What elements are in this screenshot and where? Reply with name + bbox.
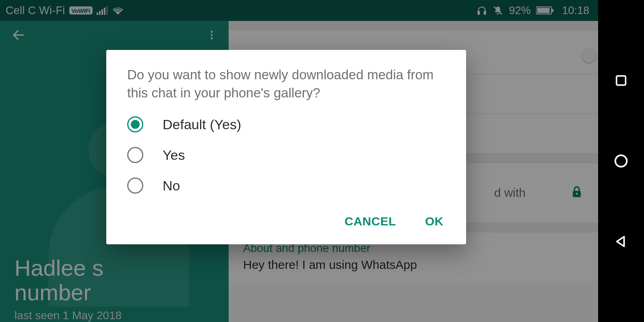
- radio-unselected-icon: [127, 147, 143, 163]
- option-yes[interactable]: Yes: [106, 140, 466, 170]
- svg-rect-18: [617, 76, 626, 85]
- option-label: Yes: [163, 147, 185, 163]
- option-label: No: [163, 178, 180, 194]
- svg-point-19: [615, 155, 627, 167]
- nav-back-button[interactable]: [609, 229, 633, 254]
- radio-selected-icon: [127, 116, 143, 132]
- option-no[interactable]: No: [106, 170, 466, 201]
- dialog-title: Do you want to show newly downloaded med…: [106, 66, 466, 109]
- cancel-button[interactable]: CANCEL: [341, 211, 399, 232]
- media-visibility-dialog: Do you want to show newly downloaded med…: [106, 50, 466, 244]
- nav-home-button[interactable]: [609, 149, 633, 173]
- option-label: Default (Yes): [163, 117, 241, 132]
- system-nav-bar: [598, 0, 644, 322]
- radio-unselected-icon: [127, 178, 143, 194]
- option-default-yes[interactable]: Default (Yes): [106, 109, 466, 140]
- nav-recent-button[interactable]: [609, 68, 633, 93]
- ok-button[interactable]: OK: [422, 211, 447, 232]
- svg-marker-20: [617, 237, 624, 246]
- phone-screen: Cell C Wi-Fi VoWiFi 92% 10:18: [0, 0, 598, 322]
